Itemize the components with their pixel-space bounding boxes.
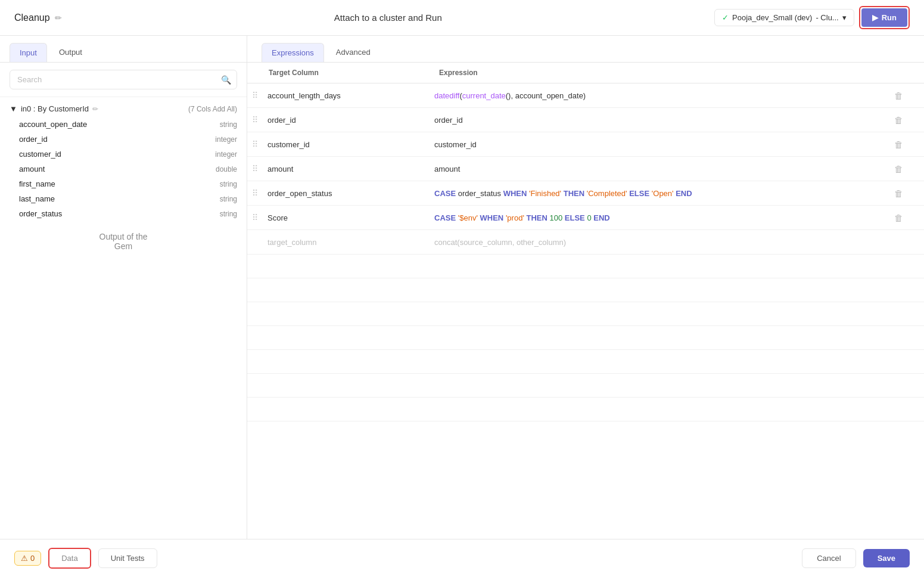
tab-advanced[interactable]: Advanced: [326, 43, 380, 62]
delete-row-button[interactable]: 🗑: [894, 115, 903, 125]
drag-handle-icon[interactable]: ⠿: [247, 115, 263, 125]
target-col-value: amount: [263, 160, 430, 178]
warning-icon: ⚠: [21, 554, 28, 563]
search-input[interactable]: [10, 70, 237, 89]
input-group-label[interactable]: ▼ in0 : By CustomerId ✏: [10, 104, 98, 113]
table-row-placeholder: ⠿ target_column concat(source_column, ot…: [247, 230, 924, 255]
field-type: string: [220, 195, 237, 203]
field-type: string: [220, 120, 237, 129]
warning-count: 0: [30, 554, 35, 563]
bottom-left: ⚠ 0 Data Unit Tests: [14, 548, 157, 569]
field-type: string: [220, 180, 237, 188]
drag-handle-icon[interactable]: ⠿: [247, 213, 263, 222]
expr-value[interactable]: order_id: [430, 111, 894, 129]
left-tab-bar: Input Output: [0, 36, 247, 63]
placeholder-expr[interactable]: concat(source_column, other_column): [430, 233, 894, 252]
cluster-selector[interactable]: ✓ Pooja_dev_Small (dev) - Clu... ▾: [714, 9, 854, 26]
attach-run-label: Attach to a cluster and Run: [334, 13, 442, 23]
field-name: order_id: [19, 135, 48, 144]
input-group-name: in0 : By CustomerId: [21, 104, 89, 113]
drag-handle-icon: ⠿: [247, 237, 263, 247]
cols-label: (7 Cols Add All): [188, 105, 237, 113]
delete-row-button[interactable]: 🗑: [894, 213, 903, 223]
field-name: account_open_date: [19, 120, 87, 129]
list-item: customer_id integer: [19, 148, 237, 160]
drag-handle-icon[interactable]: ⠿: [247, 188, 263, 198]
chevron-down-icon: ▾: [842, 13, 847, 22]
main-content: Input Output 🔍 ▼ in0 : By CustomerId ✏ (…: [0, 36, 924, 539]
table-row: ⠿ order_id order_id 🗑: [247, 108, 924, 132]
delete-row-button[interactable]: 🗑: [894, 91, 903, 101]
cluster-check-icon: ✓: [722, 13, 729, 22]
drag-handle-icon[interactable]: ⠿: [247, 91, 263, 100]
table-row: ⠿ Score CASE '$env': [247, 206, 924, 230]
expressions-table: Target Column Expression ⠿ account_lengt…: [247, 63, 924, 539]
target-col-value: Score: [263, 209, 430, 227]
delete-row-button[interactable]: 🗑: [894, 188, 903, 198]
table-row: ⠿ order_open_status CASE order_status: [247, 181, 924, 206]
input-group-edit-icon[interactable]: ✏: [92, 105, 98, 113]
expr-value[interactable]: CASE '$env' WHEN 'prod' THEN: [430, 209, 894, 227]
list-item: first_name string: [19, 178, 237, 190]
top-bar-right: ✓ Pooja_dev_Small (dev) - Clu... ▾ ▶ Run: [714, 6, 910, 29]
field-type: integer: [215, 135, 237, 144]
field-list: account_open_date string order_id intege…: [10, 118, 237, 220]
chevron-right-icon: ▼: [10, 104, 17, 113]
right-panel: Expressions Advanced Target Column Expre…: [247, 36, 924, 539]
field-name: customer_id: [19, 150, 61, 159]
input-group-header: ▼ in0 : By CustomerId ✏ (7 Cols Add All): [10, 104, 237, 113]
field-name: order_status: [19, 209, 62, 218]
tab-input[interactable]: Input: [10, 43, 47, 62]
target-col-value: account_length_days: [263, 86, 430, 105]
warning-badge: ⚠ 0: [14, 551, 41, 566]
bottom-right: Cancel Save: [802, 548, 910, 568]
expr-value[interactable]: amount: [430, 160, 894, 178]
tab-output[interactable]: Output: [49, 43, 92, 62]
field-type: integer: [215, 150, 237, 159]
field-name: amount: [19, 165, 45, 173]
run-label: Run: [882, 13, 897, 22]
drag-handle-icon[interactable]: ⠿: [247, 164, 263, 173]
list-item: amount double: [19, 163, 237, 175]
tab-expressions[interactable]: Expressions: [262, 43, 324, 62]
field-name: first_name: [19, 179, 55, 188]
list-item: last_name string: [19, 193, 237, 205]
right-tab-bar: Expressions Advanced: [247, 36, 924, 63]
expr-value[interactable]: datediff(current_date(), account_open_da…: [430, 86, 894, 105]
top-bar-left: Cleanup ✏: [14, 13, 62, 23]
delete-row-button[interactable]: 🗑: [894, 139, 903, 150]
target-col-value: customer_id: [263, 135, 430, 154]
table-row: ⠿ account_length_days datediff(current_d…: [247, 83, 924, 108]
cluster-suffix: - Clu...: [816, 13, 838, 22]
expr-value[interactable]: customer_id: [430, 135, 894, 154]
data-tab-button[interactable]: Data: [48, 548, 91, 569]
list-item: order_id integer: [19, 133, 237, 145]
table-row: ⠿ customer_id customer_id 🗑: [247, 132, 924, 157]
col-header-target: Target Column: [247, 63, 430, 83]
output-gem-label: Output of theGem: [10, 220, 237, 263]
field-type: string: [220, 210, 237, 218]
edit-title-icon[interactable]: ✏: [55, 13, 62, 23]
target-col-value: order_id: [263, 111, 430, 129]
run-button[interactable]: ▶ Run: [861, 8, 907, 27]
unit-tests-button[interactable]: Unit Tests: [98, 548, 157, 568]
run-play-icon: ▶: [872, 13, 878, 22]
save-button[interactable]: Save: [863, 549, 910, 567]
left-panel: Input Output 🔍 ▼ in0 : By CustomerId ✏ (…: [0, 36, 247, 539]
run-button-wrapper: ▶ Run: [859, 6, 910, 29]
bottom-bar: ⚠ 0 Data Unit Tests Cancel Save: [0, 539, 924, 577]
search-icon: 🔍: [221, 75, 231, 85]
delete-row-button[interactable]: 🗑: [894, 164, 903, 174]
app-title: Cleanup: [14, 13, 50, 23]
expr-value[interactable]: CASE order_status WHEN 'Finished' THEN: [430, 184, 894, 203]
cancel-button[interactable]: Cancel: [802, 548, 855, 568]
drag-handle-icon[interactable]: ⠿: [247, 139, 263, 149]
col-header-expression: Expression: [430, 63, 894, 83]
field-type: double: [216, 165, 237, 173]
func-keyword: datediff: [434, 91, 459, 100]
target-col-value: order_open_status: [263, 184, 430, 203]
placeholder-target[interactable]: target_column: [263, 233, 430, 252]
field-name: last_name: [19, 194, 55, 203]
search-box: 🔍: [0, 63, 247, 97]
input-section: ▼ in0 : By CustomerId ✏ (7 Cols Add All)…: [0, 97, 247, 539]
